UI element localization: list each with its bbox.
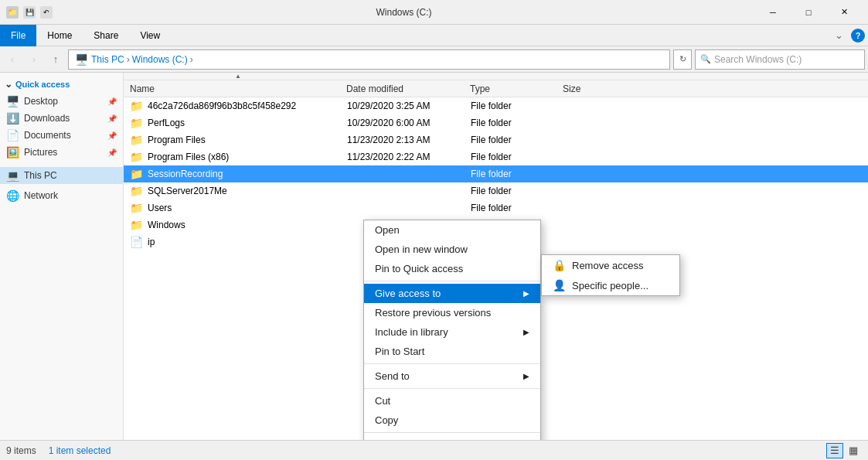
context-menu: Open Open in new window Pin to Quick acc… bbox=[363, 220, 541, 440]
sidebar-item-desktop[interactable]: 🖥️ Desktop 📌 bbox=[0, 93, 123, 110]
file-date: 11/23/2020 2:22 AM bbox=[347, 152, 471, 162]
table-row[interactable]: 📁 46c2a726da869f96b3b8c5f458e292 10/29/2… bbox=[124, 97, 868, 114]
sidebar-documents-label: Documents bbox=[24, 130, 71, 141]
titlebar: 📁 💾 ↶ Windows (C:) ─ □ ✕ bbox=[0, 0, 868, 25]
sidebar-pictures-label: Pictures bbox=[24, 147, 57, 158]
pin-icon-3: 📌 bbox=[107, 131, 117, 140]
table-row[interactable]: 📁 Program Files 11/23/2020 2:13 AM File … bbox=[124, 131, 868, 148]
column-date-modified[interactable]: Date modified bbox=[346, 83, 470, 94]
ctx-pin-start[interactable]: Pin to Start bbox=[364, 342, 540, 361]
ctx-copy-label: Copy bbox=[375, 414, 398, 426]
submenu-remove-access[interactable]: 🔒 Remove access bbox=[542, 255, 679, 275]
forward-button[interactable]: › bbox=[25, 50, 43, 69]
sidebar-quick-access-heading[interactable]: ⌄ Quick access bbox=[0, 76, 123, 93]
file-type: File folder bbox=[471, 186, 563, 196]
sidebar: ⌄ Quick access 🖥️ Desktop 📌 ⬇️ Downloads… bbox=[0, 73, 124, 440]
up-button[interactable]: ↑ bbox=[46, 50, 65, 69]
folder-icon: 📁 bbox=[130, 151, 143, 163]
sidebar-item-network[interactable]: 🌐 Network bbox=[0, 187, 123, 204]
chevron-down-icon: ⌄ bbox=[5, 79, 12, 90]
lock-icon: 🔒 bbox=[553, 259, 566, 271]
file-name: PerfLogs bbox=[148, 118, 347, 128]
minimize-button[interactable]: ─ bbox=[755, 0, 791, 25]
sidebar-item-pictures[interactable]: 🖼️ Pictures 📌 bbox=[0, 144, 123, 161]
table-row[interactable]: 📁 Users File folder bbox=[124, 199, 868, 216]
ctx-create-shortcut-label: Create shortcut bbox=[375, 439, 444, 440]
ctx-create-shortcut[interactable]: Create shortcut bbox=[364, 435, 540, 440]
table-row-selected[interactable]: 📁 SessionRecording File folder bbox=[124, 165, 868, 182]
sidebar-item-documents[interactable]: 📄 Documents 📌 bbox=[0, 127, 123, 144]
close-button[interactable]: ✕ bbox=[826, 0, 862, 25]
sidebar-network-label: Network bbox=[24, 190, 58, 201]
ctx-include-library-label: Include in library bbox=[375, 326, 448, 338]
menu-share[interactable]: Share bbox=[83, 25, 129, 46]
folder-icon: 📁 bbox=[130, 117, 143, 129]
file-name: 46c2a726da869f96b3b8c5f458e292 bbox=[148, 101, 347, 111]
table-row[interactable]: 📁 Program Files (x86) 11/23/2020 2:22 AM… bbox=[124, 148, 868, 165]
table-row[interactable]: 📁 PerfLogs 10/29/2020 6:00 AM File folde… bbox=[124, 114, 868, 131]
submenu-arrow-icon-2: ▶ bbox=[523, 328, 529, 336]
menu-home[interactable]: Home bbox=[36, 25, 83, 46]
network-icon: 🌐 bbox=[6, 189, 19, 202]
folder-icon: 📁 bbox=[130, 185, 143, 197]
ctx-restore-versions-label: Restore previous versions bbox=[375, 307, 491, 319]
address-this-pc[interactable]: This PC bbox=[91, 54, 124, 65]
downloads-icon: ⬇️ bbox=[6, 112, 19, 124]
statusbar-left: 9 items 1 item selected bbox=[6, 445, 111, 456]
file-name: SessionRecording bbox=[148, 169, 347, 179]
view-details-button[interactable]: ☰ bbox=[826, 443, 843, 458]
help-button[interactable]: ? bbox=[851, 29, 865, 43]
address-bar[interactable]: 🖥️ This PC › Windows (C:) › bbox=[68, 49, 670, 70]
ctx-pin-quick-access[interactable]: Pin to Quick access bbox=[364, 259, 540, 278]
ctx-cut[interactable]: Cut bbox=[364, 391, 540, 411]
table-row[interactable]: 📁 SQLServer2017Me File folder bbox=[124, 182, 868, 199]
ctx-send-to[interactable]: Send to ▶ bbox=[364, 366, 540, 386]
view-tiles-button[interactable]: ▦ bbox=[845, 443, 862, 458]
app-icon-small: 📁 bbox=[6, 6, 19, 19]
column-name[interactable]: Name bbox=[130, 83, 346, 94]
column-type[interactable]: Type bbox=[470, 83, 563, 94]
pin-icon-2: 📌 bbox=[107, 114, 117, 123]
ctx-copy[interactable]: Copy bbox=[364, 411, 540, 430]
ctx-separator-4 bbox=[364, 432, 540, 433]
this-pc-icon: 💻 bbox=[6, 169, 19, 182]
ctx-give-access-label: Give access to bbox=[375, 288, 441, 299]
sidebar-item-this-pc[interactable]: 💻 This PC bbox=[0, 167, 123, 184]
ctx-open[interactable]: Open bbox=[364, 220, 540, 240]
sort-arrow-up: ▲ bbox=[235, 73, 241, 80]
file-type: File folder bbox=[471, 118, 563, 128]
ctx-open-label: Open bbox=[375, 224, 400, 236]
file-type: File folder bbox=[471, 203, 563, 213]
ctx-include-library[interactable]: Include in library ▶ bbox=[364, 322, 540, 342]
folder-icon: 📁 bbox=[130, 134, 143, 146]
ribbon-expand-button[interactable]: ⌄ bbox=[829, 26, 848, 45]
search-icon: 🔍 bbox=[700, 54, 711, 64]
column-size[interactable]: Size bbox=[563, 83, 625, 94]
titlebar-icons: 📁 💾 ↶ bbox=[6, 6, 53, 19]
back-button[interactable]: ‹ bbox=[3, 50, 22, 69]
submenu-specific-people[interactable]: 👤 Specific people... bbox=[542, 275, 679, 295]
maximize-button[interactable]: □ bbox=[791, 0, 826, 25]
pin-icon: 📌 bbox=[107, 97, 117, 106]
file-type: File folder bbox=[471, 101, 563, 111]
file-icon: 📄 bbox=[130, 236, 143, 248]
ctx-restore-versions[interactable]: Restore previous versions bbox=[364, 303, 540, 322]
window-title: Windows (C:) bbox=[53, 7, 755, 18]
ctx-give-access[interactable]: Give access to ▶ bbox=[364, 284, 540, 303]
search-placeholder: Search Windows (C:) bbox=[714, 54, 802, 65]
ctx-open-new-window[interactable]: Open in new window bbox=[364, 240, 540, 259]
undo-icon: ↶ bbox=[40, 6, 53, 19]
pin-icon-4: 📌 bbox=[107, 148, 117, 157]
statusbar-right: ☰ ▦ bbox=[826, 443, 862, 458]
ctx-send-to-label: Send to bbox=[375, 370, 410, 382]
menu-file[interactable]: File bbox=[0, 25, 36, 46]
file-type: File folder bbox=[471, 152, 563, 162]
folder-icon: 📁 bbox=[130, 219, 143, 231]
sidebar-quick-access-label: Quick access bbox=[15, 80, 70, 89]
sidebar-item-downloads[interactable]: ⬇️ Downloads 📌 bbox=[0, 110, 123, 127]
refresh-button[interactable]: ↻ bbox=[673, 49, 692, 70]
search-bar[interactable]: 🔍 Search Windows (C:) bbox=[695, 49, 865, 70]
menu-view[interactable]: View bbox=[129, 25, 171, 46]
ctx-separator-3 bbox=[364, 388, 540, 389]
address-windows-c[interactable]: Windows (C:) bbox=[132, 54, 188, 65]
